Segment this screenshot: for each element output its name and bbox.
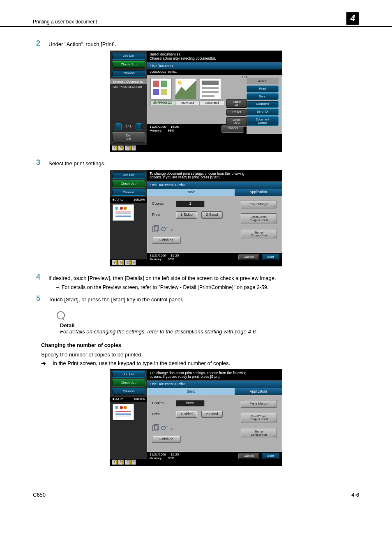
finishing-button[interactable]: Finishing: [152, 237, 181, 244]
status-date: 11/21/2006: [150, 254, 166, 257]
svg-rect-18: [153, 227, 157, 232]
finishing-icon: [152, 424, 176, 432]
cancel-button[interactable]: Cancel: [238, 254, 259, 260]
sheet-cover-button[interactable]: Sheet/Cover/ Chapter Insert: [241, 213, 277, 224]
tab-application[interactable]: Application: [235, 189, 282, 196]
detail-note: Detail For details on changing the setti…: [57, 311, 359, 335]
svg-rect-15: [115, 214, 131, 214]
svg-rect-22: [115, 406, 118, 409]
memory-label: Memory: [150, 257, 161, 261]
job-list-button[interactable]: Job List: [112, 172, 145, 179]
preview-button[interactable]: Preview: [112, 70, 145, 77]
svg-rect-3: [161, 89, 167, 95]
preview-thumb: [113, 204, 134, 221]
memory-value: 99%: [168, 257, 174, 261]
step-text: Under "Action", touch [Print].: [48, 39, 116, 48]
doc-thumb[interactable]: photo data: [175, 78, 200, 105]
page-margin-button[interactable]: Page Margin: [241, 400, 277, 408]
page-up-button[interactable]: ↑: [115, 123, 122, 130]
footer-model: C650: [33, 492, 46, 498]
job-list-button[interactable]: Job List: [112, 371, 145, 378]
toner-levels: Y M C K: [110, 459, 147, 465]
toner-m: M: [118, 146, 124, 150]
svg-rect-19: [154, 225, 159, 231]
copies-field[interactable]: 1: [176, 201, 205, 207]
tab-basic[interactable]: Basic: [147, 189, 235, 196]
send-button[interactable]: Send: [247, 93, 279, 100]
sheet-cover-button[interactable]: Sheet/Cover/ Chapter Insert: [241, 413, 277, 423]
detail-button[interactable]: De- tail: [112, 132, 145, 143]
two-sided-button[interactable]: 2-Sided: [201, 411, 223, 418]
step-4-sub: – For details on the Preview screen, ref…: [56, 284, 359, 290]
section-heading-copies: Changing the number of copies: [41, 342, 359, 348]
preview-button[interactable]: Preview: [112, 388, 145, 395]
combine-button[interactable]: Combine: [247, 101, 279, 108]
memory-value: 99%: [168, 456, 174, 460]
svg-rect-16: [115, 215, 131, 215]
svg-rect-14: [115, 212, 131, 213]
bind-tx-button[interactable]: Bind TX: [247, 109, 279, 116]
action-header: Action: [247, 78, 279, 84]
svg-rect-28: [115, 416, 131, 416]
step-number: 4: [33, 273, 40, 282]
tab-application[interactable]: Application: [235, 388, 282, 395]
select-all-button[interactable]: Select All: [226, 99, 247, 108]
copies-instruction: ➔ In the Print screen, use the keypad to…: [41, 360, 359, 367]
status-date: 11/21/2006: [150, 453, 166, 456]
print-label: Print: [152, 213, 172, 217]
svg-rect-30: [154, 425, 159, 430]
arrow-icon: ➔: [41, 360, 46, 367]
svg-rect-27: [115, 414, 131, 414]
printer-panel-print-settings-copies: Job List Check Job Preview ■ A4 ▭ 100.0%…: [110, 369, 282, 466]
toner-k: K: [131, 146, 137, 150]
stamp-composition-button[interactable]: Stamp/ Composition: [241, 428, 277, 438]
svg-point-20: [161, 227, 165, 230]
page-nav: 1/ 1: [123, 123, 134, 129]
instruction-message: To change document print settings, choos…: [147, 170, 282, 182]
svg-rect-6: [202, 81, 219, 85]
tab-basic[interactable]: Basic: [147, 388, 235, 395]
document-details-button[interactable]: Document Details: [247, 116, 279, 126]
start-button[interactable]: Start: [262, 254, 279, 260]
page-down-button[interactable]: ↓: [136, 123, 142, 130]
copies-intro: Specify the number of copies to be print…: [41, 352, 359, 358]
preview-button[interactable]: Preview: [112, 189, 145, 196]
breadcrumb-bar: Use Document > Print: [147, 182, 282, 189]
check-job-button[interactable]: Check Job: [112, 180, 145, 187]
step-text: If desired, touch [Preview], then [Detai…: [48, 273, 276, 282]
paper-size: A4: [115, 397, 120, 401]
breadcrumb: Printing a user box document: [33, 19, 97, 25]
copies-label: Copies:: [152, 202, 172, 206]
start-button[interactable]: Start: [262, 453, 279, 459]
svg-rect-0: [153, 81, 159, 87]
cancel-button[interactable]: Cancel: [238, 453, 259, 459]
copies-field[interactable]: 5666: [176, 400, 205, 407]
printer-panel-use-document: Job List Check Job Preview Selected Docu…: [110, 51, 282, 152]
thumb-page-info: 1/ 1: [242, 76, 247, 79]
doc-thumb[interactable]: SMFP0701032: [150, 78, 175, 105]
svg-rect-11: [115, 207, 118, 210]
svg-point-24: [124, 406, 127, 409]
toner-levels: Y M C K: [110, 145, 147, 151]
one-sided-button[interactable]: 1-Sided: [176, 411, 197, 418]
instruction-message: ●To change document print settings, choo…: [147, 370, 282, 381]
reset-button[interactable]: Reset: [226, 109, 247, 116]
two-sided-button[interactable]: 2-Sided: [201, 211, 223, 218]
page-margin-button[interactable]: Page Margin: [241, 201, 277, 208]
svg-point-12: [120, 207, 123, 210]
step-text: Touch [Start], or press the [Start] key …: [48, 294, 183, 303]
stamp-composition-button[interactable]: Stamp/ Composition: [241, 229, 277, 239]
check-job-button[interactable]: Check Job: [112, 61, 145, 68]
finishing-button[interactable]: Finishing: [152, 436, 181, 443]
doc-thumb[interactable]: document1: [200, 78, 224, 105]
print-button[interactable]: Print: [247, 86, 279, 92]
one-sided-button[interactable]: 1-Sided: [176, 211, 197, 218]
toner-levels: Y M C K: [110, 259, 147, 266]
step-3: 3 Select the print settings.: [33, 158, 359, 167]
check-job-button[interactable]: Check Job: [112, 379, 145, 386]
job-list-button[interactable]: Job List: [112, 53, 145, 60]
detail-view-button[interactable]: Detail View: [226, 117, 247, 126]
printer-panel-print-settings: Job List Check Job Preview ■ A4 ▭ 100.0%…: [110, 170, 282, 266]
zoom-value: 100.0%: [134, 398, 145, 401]
step-5: 5 Touch [Start], or press the [Start] ke…: [33, 294, 359, 303]
